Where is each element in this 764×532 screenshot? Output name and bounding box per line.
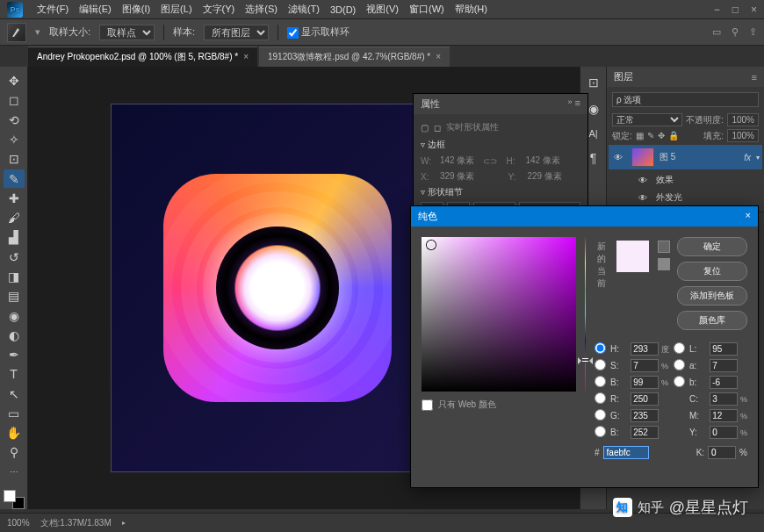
reset-button[interactable]: 复位 (677, 262, 747, 281)
visibility-icon[interactable]: 👁 (638, 176, 651, 185)
properties-title[interactable]: 属性 (421, 97, 440, 111)
g-field[interactable] (631, 409, 659, 422)
s-field[interactable] (631, 359, 659, 372)
layers-title[interactable]: 图层 (614, 70, 633, 83)
maximize-icon[interactable]: □ (732, 4, 739, 16)
workspace-icon[interactable]: ▭ (712, 26, 721, 38)
a-field[interactable] (710, 359, 738, 372)
sample-select[interactable]: 所有图层 (204, 25, 269, 40)
menu-select[interactable]: 选择(S) (240, 3, 283, 16)
h-field[interactable] (631, 342, 659, 356)
hue-slider[interactable] (585, 237, 586, 392)
dodge-tool[interactable]: ◐ (4, 327, 25, 344)
c-field[interactable] (710, 392, 738, 406)
type-tool[interactable]: T (4, 365, 25, 383)
color-preview[interactable] (616, 241, 649, 272)
link-icon[interactable]: ⊂⊃ (483, 156, 497, 166)
minimize-icon[interactable]: − (714, 4, 720, 16)
eyedropper-tool[interactable]: ✎ (4, 169, 25, 187)
history-brush-tool[interactable]: ↺ (4, 248, 25, 266)
sample-size-select[interactable]: 取样点 (99, 25, 155, 40)
g-radio[interactable] (595, 409, 606, 421)
blend-mode-select[interactable]: 正常 (612, 113, 682, 126)
marquee-tool[interactable]: ◻ (4, 91, 25, 109)
lock-icon[interactable]: 🔒 (668, 131, 679, 140)
share-icon[interactable]: ⇪ (749, 26, 757, 38)
web-safe-icon[interactable] (658, 241, 670, 253)
layer-effect[interactable]: 👁外发光 (612, 189, 759, 206)
x-field[interactable]: 329 像素 (440, 170, 474, 183)
bl-radio[interactable] (595, 426, 606, 437)
s-radio[interactable] (595, 359, 606, 370)
menu-file[interactable]: 文件(F) (32, 3, 74, 16)
menu-type[interactable]: 文字(Y) (198, 3, 241, 16)
color-swatches[interactable] (4, 490, 25, 509)
menu-view[interactable]: 视图(V) (361, 3, 404, 16)
l-field[interactable] (710, 342, 738, 356)
add-swatch-button[interactable]: 添加到色板 (677, 286, 747, 306)
layer-effect[interactable]: 👁效果 (612, 171, 759, 189)
fx-badge[interactable]: fx (744, 153, 751, 162)
visibility-icon[interactable]: 👁 (614, 153, 626, 162)
brush-tool[interactable]: 🖌 (4, 209, 25, 226)
shape-tool[interactable]: ▭ (4, 405, 25, 422)
layer-search[interactable] (612, 92, 759, 107)
zoom-level[interactable]: 100% (7, 518, 30, 528)
y-field[interactable] (710, 426, 738, 439)
paragraph-panel-icon[interactable]: ¶ (590, 151, 597, 165)
opacity-value[interactable]: 100% (727, 113, 759, 126)
search-icon[interactable]: ⚲ (732, 26, 739, 38)
foreground-swatch[interactable] (4, 490, 16, 502)
detail-section[interactable]: ▿ 形状细节 (421, 186, 580, 198)
blue-field[interactable] (631, 426, 659, 439)
zoom-tool[interactable]: ⚲ (4, 443, 25, 461)
move-tool[interactable]: ✥ (4, 72, 25, 90)
edit-toolbar[interactable]: ⋯ (4, 464, 25, 481)
height-field[interactable]: 142 像素 (525, 155, 559, 167)
menu-layer[interactable]: 图层(L) (155, 3, 197, 16)
lock-icon[interactable]: ✥ (658, 131, 665, 140)
lab-b-field[interactable] (710, 376, 738, 389)
show-ring-check[interactable]: 显示取样环 (287, 25, 350, 39)
doc-size[interactable]: 文档:1.37M/1.83M (40, 517, 112, 529)
r-field[interactable] (631, 392, 659, 406)
menu-window[interactable]: 窗口(W) (404, 3, 450, 16)
bbox-section[interactable]: ▿ 边框 (421, 139, 580, 151)
h-radio[interactable] (595, 342, 606, 354)
close-icon[interactable]: × (751, 4, 757, 16)
pen-tool[interactable]: ✒ (4, 346, 25, 363)
sv-picker[interactable] (422, 237, 576, 392)
menu-3d[interactable]: 3D(D) (325, 4, 361, 15)
panel-menu-icon[interactable]: ≡ (575, 97, 580, 111)
menu-filter[interactable]: 滤镜(T) (283, 3, 325, 16)
l-radio[interactable] (674, 342, 685, 354)
lasso-tool[interactable]: ⟲ (4, 111, 25, 129)
layer-row[interactable]: 👁 图 5 fx▾ (609, 145, 762, 169)
dialog-titlebar[interactable]: 纯色× (411, 206, 758, 226)
heal-tool[interactable]: ✚ (4, 190, 25, 207)
crop-tool[interactable]: ⊡ (4, 150, 25, 168)
menu-help[interactable]: 帮助(H) (450, 3, 493, 16)
layer-thumbnail[interactable] (631, 147, 654, 167)
stamp-tool[interactable]: ▟ (4, 228, 25, 246)
character-panel-icon[interactable]: A| (588, 128, 597, 139)
width-field[interactable]: 142 像素 (440, 155, 474, 167)
r-radio[interactable] (595, 392, 606, 404)
b-field[interactable] (631, 376, 659, 389)
document-tab[interactable]: Andrey Prokopenko2.psd @ 100% (图 5, RGB/… (28, 47, 257, 67)
eraser-tool[interactable]: ◨ (4, 268, 25, 285)
ok-button[interactable]: 确定 (677, 237, 747, 256)
collapse-icon[interactable]: » (568, 97, 573, 111)
color-panel-icon[interactable]: ◉ (588, 102, 599, 116)
gradient-tool[interactable]: ▤ (4, 287, 25, 305)
fill-value[interactable]: 100% (727, 129, 759, 142)
k-field[interactable] (708, 446, 736, 459)
tool-preset-icon[interactable] (7, 23, 26, 42)
lock-icon[interactable]: ✎ (647, 131, 654, 140)
hex-field[interactable] (603, 446, 649, 459)
crop-panel-icon[interactable]: ⊡ (588, 75, 599, 90)
wand-tool[interactable]: ✧ (4, 131, 25, 148)
tab-close-icon[interactable]: × (436, 52, 441, 61)
visibility-icon[interactable]: 👁 (638, 193, 651, 203)
y-field[interactable]: 229 像素 (527, 170, 561, 183)
